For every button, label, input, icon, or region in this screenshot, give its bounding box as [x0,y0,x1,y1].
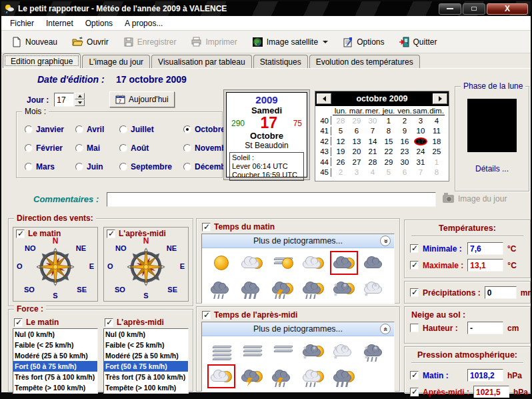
afternoon-more-pictograms-button[interactable]: Plus de pictogrammes... « [202,322,394,336]
calendar-day-1[interactable]: 1 [429,158,445,166]
min-temp-checkbox[interactable] [410,244,419,253]
max-temp-input[interactable] [467,259,503,272]
day-spin-up-button[interactable] [75,93,85,99]
pictogram-thunderstorm-rain[interactable] [269,364,297,388]
month-radio-septembre[interactable]: Septembre [119,162,183,171]
calendar-day-3[interactable]: 3 [349,168,365,176]
calendar-day-23[interactable]: 23 [397,147,413,155]
force-option[interactable]: Tempête (> 100 km/h) [104,382,188,393]
min-temp-input[interactable] [467,242,503,255]
calendar-day-30[interactable]: 30 [365,117,381,125]
calendar-day-29[interactable]: 29 [349,117,365,125]
pictogram-heavy-snow-cloud[interactable] [361,339,389,363]
month-radio-février[interactable]: Février [25,143,75,153]
calendar-day-8[interactable]: 8 [429,168,445,176]
pictogram-fog-thick[interactable] [207,339,235,363]
month-radio-juillet[interactable]: Juillet [119,125,183,134]
afternoon-compass[interactable]: N NO NE O E SO SE S [107,238,185,297]
afternoon-pressure-checkbox[interactable] [410,388,419,396]
precipitation-input[interactable] [485,286,517,299]
afternoon-wind-checkbox[interactable] [107,230,115,238]
snow-height-checkbox[interactable] [410,324,419,332]
morning-compass[interactable]: N NO NE O E SO SE S [16,238,95,297]
calendar-day-5[interactable]: 5 [333,127,349,135]
calendar-day-28[interactable]: 28 [365,158,381,166]
calendar-day-13[interactable]: 13 [349,137,365,145]
options-button[interactable]: Options [337,33,390,51]
pictogram-cloud-light-rain[interactable] [207,276,235,300]
pictogram-thunderstorm-and-sun[interactable] [238,364,266,388]
force-option[interactable]: Faible (< 25 km/h) [104,340,188,350]
calendar-day-14[interactable]: 14 [365,137,381,145]
calendar-day-30[interactable]: 30 [397,158,413,166]
pictogram-cloud-heavy-rain[interactable] [238,276,266,300]
calendar-day-24[interactable]: 24 [413,147,429,155]
month-radio-mars[interactable]: Mars [25,162,75,171]
maximize-button[interactable] [463,3,485,15]
force-option[interactable]: Tempête (> 100 km/h) [13,382,97,393]
force-option[interactable]: Nul (0 km/h) [13,329,97,340]
pictogram-rain-shower-and-sun[interactable] [330,364,358,388]
menu-fichier[interactable]: Fichier [4,17,40,29]
tab-edition-graphique[interactable]: Edition graphique [3,53,81,68]
pictogram-snow-and-sun[interactable] [299,339,327,363]
previous-month-button[interactable] [317,93,331,104]
calendar-day-27[interactable]: 27 [349,158,365,166]
pictogram-thunderstorm-and-sun[interactable] [269,276,297,300]
day-spin-down-button[interactable] [75,99,85,106]
satellite-image-button[interactable]: Image satellite [246,33,334,51]
close-button[interactable]: X [487,3,528,15]
morning-pressure-input[interactable] [467,369,503,382]
menu-a-propos[interactable]: A propos... [119,17,169,29]
afternoon-collapse-button[interactable]: « [380,324,391,334]
month-radio-mai[interactable]: Mai [75,143,119,153]
morning-force-checkbox[interactable] [14,318,23,327]
calendar-day-26[interactable]: 26 [333,158,349,166]
calendar-day-3[interactable]: 3 [413,117,429,125]
calendar-day-18[interactable]: 18 [429,137,445,145]
force-option[interactable]: Modéré (25 à 50 km/h) [104,350,188,361]
force-option[interactable]: Fort (50 à 75 km/h) [104,361,188,372]
pictogram-rain-and-sun[interactable] [299,276,327,300]
pictogram-cloud-over-sun[interactable] [299,251,327,275]
morning-pressure-checkbox[interactable] [410,371,419,380]
next-month-button[interactable] [433,93,447,104]
menu-options[interactable]: Options [79,17,119,29]
tab-evolution-des-temperatures[interactable]: Evolution des températures [309,55,420,68]
pictogram-fog-light[interactable] [269,339,297,363]
pictogram-sun-with-haze[interactable] [269,251,297,275]
pictogram-dark-cloud-and-sun[interactable] [330,251,358,275]
tab-visualisation-par-tableau[interactable]: Visualisation par tableau [151,55,252,68]
calendar-day-1[interactable]: 1 [381,117,397,125]
pictogram-sun-and-small-cloud[interactable] [238,251,266,275]
save-button[interactable]: Enregistrer [117,33,183,51]
month-radio-août[interactable]: Août [119,143,183,153]
calendar-day-15[interactable]: 15 [381,137,397,145]
pictogram-snow-and-sun[interactable] [330,276,358,300]
force-option[interactable]: Modéré (25 à 50 km/h) [13,350,97,361]
pictogram-sun[interactable] [207,251,235,275]
print-button[interactable]: Imprimer [185,33,243,50]
open-button[interactable]: Ouvrir [66,33,115,50]
new-button[interactable]: Nouveau [5,33,63,51]
calendar-day-10[interactable]: 10 [413,127,429,135]
force-option[interactable]: Très fort (75 à 100 km/h) [13,372,97,382]
morning-collapse-button[interactable]: « [380,236,391,246]
month-radio-juin[interactable]: Juin [75,162,119,171]
calendar-day-31[interactable]: 31 [413,158,429,166]
force-option[interactable]: Très fort (75 à 100 km/h) [104,372,188,382]
comments-input[interactable] [107,192,436,207]
calendar-day-28[interactable]: 28 [333,117,349,125]
calendar-day-5[interactable]: 5 [381,168,397,176]
calendar-day-12[interactable]: 12 [333,137,349,145]
morning-more-pictograms-button[interactable]: Plus de pictogrammes... « [202,234,394,248]
morning-weather-checkbox[interactable] [202,223,211,232]
calendar-day-29[interactable]: 29 [381,158,397,166]
pictogram-snow-cloud[interactable] [330,339,358,363]
calendar-day-11[interactable]: 11 [429,127,445,135]
image-du-jour-button[interactable]: Image du jour [443,194,507,204]
pictogram-snow-cloud[interactable] [361,276,389,300]
calendar-day-22[interactable]: 22 [381,147,397,155]
morning-wind-checkbox[interactable] [16,230,25,238]
pictogram-rain-and-sun[interactable] [299,364,327,388]
